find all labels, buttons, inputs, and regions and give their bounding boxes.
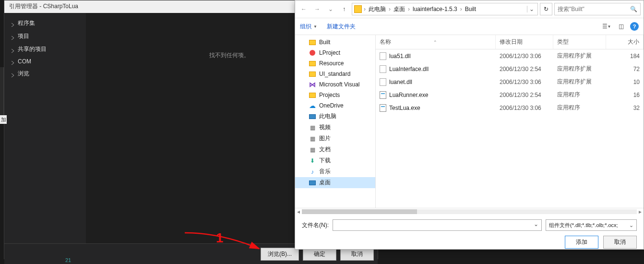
sidebar-item-assemblies[interactable]: 程序集	[4, 17, 86, 30]
chevron-right-icon	[11, 22, 15, 25]
tree-item[interactable]: 此电脑	[295, 111, 375, 122]
tree-item[interactable]: 桌面	[295, 177, 375, 188]
tree-item-label: Microsoft Visual	[319, 81, 359, 88]
nav-up-button[interactable]: ↑	[338, 3, 350, 15]
tree-item[interactable]: ☁OneDrive	[295, 100, 375, 111]
folder-tree: BuiltLProjectResourceUI_standard⋈Microso…	[295, 35, 376, 208]
file-size: 32	[606, 104, 644, 112]
tree-item-label: 此电脑	[319, 112, 336, 120]
file-row[interactable]: TestLua.exe2006/12/30 3:06应用程序32	[376, 101, 644, 114]
scroll-left-icon[interactable]: ◂	[297, 208, 300, 215]
left-docked-tab[interactable]: 加	[0, 115, 7, 124]
tree-item-label: 音乐	[319, 168, 331, 176]
sidebar-label: COM	[18, 58, 31, 65]
refresh-button[interactable]: ↻	[540, 3, 552, 15]
file-name: lua51.dll	[389, 53, 411, 60]
reference-manager-sidebar: 程序集 项目 共享的项目 COM 浏览	[4, 13, 86, 243]
nav-forward-button[interactable]: →	[311, 3, 323, 15]
file-row[interactable]: LuaRunner.exe2006/12/30 2:54应用程序16	[376, 88, 644, 101]
crumb-this-pc[interactable]: 此电脑	[368, 5, 387, 13]
col-date[interactable]: 修改日期	[496, 35, 553, 49]
sidebar-label: 浏览	[18, 70, 29, 78]
crumb-desktop[interactable]: 桌面	[393, 5, 406, 13]
file-name: LuaRunner.exe	[389, 92, 428, 98]
tree-item[interactable]: Projects	[295, 90, 375, 100]
file-name: luanet.dll	[389, 79, 412, 85]
crumb-built[interactable]: Built	[464, 6, 477, 12]
browse-button[interactable]: 浏览(B)...	[261, 248, 299, 261]
file-type: 应用程序扩展	[553, 51, 606, 61]
tree-item-label: LProject	[319, 49, 340, 56]
tree-item-label: UI_standard	[319, 71, 350, 77]
file-filter-dropdown[interactable]: 组件文件(*.dll;*.tlb;*.olb;*.ocx;	[546, 219, 637, 231]
file-row[interactable]: luanet.dll2006/12/30 3:06应用程序扩展10	[376, 75, 644, 88]
search-icon: 🔍	[630, 6, 637, 12]
help-button[interactable]: ?	[630, 22, 639, 31]
filename-input[interactable]	[333, 219, 542, 231]
editor-line-number: 21	[65, 257, 71, 263]
sidebar-label: 项目	[18, 32, 29, 40]
col-size[interactable]: 大小	[606, 35, 644, 49]
preview-pane-button[interactable]: ◫	[616, 21, 626, 32]
tree-item[interactable]: UI_standard	[295, 69, 375, 79]
file-list: 名称⌃ 修改日期 类型 大小 lua51.dll2006/12/30 3:06应…	[376, 35, 644, 208]
toolbar-organize[interactable]: 组织▼	[300, 23, 317, 31]
tree-item-label: Built	[319, 39, 330, 46]
view-mode-button[interactable]: ☰ ▼	[601, 21, 612, 32]
file-icon	[380, 52, 386, 60]
chevron-right-icon: ›	[408, 6, 410, 12]
file-row[interactable]: LuaInterface.dll2006/12/30 2:54应用程序扩展72	[376, 62, 644, 75]
file-row[interactable]: lua51.dll2006/12/30 3:06应用程序扩展184	[376, 49, 644, 62]
col-type[interactable]: 类型	[553, 35, 606, 49]
nav-recent-button[interactable]: ⌄	[325, 3, 336, 15]
tree-item[interactable]: ⬇下载	[295, 155, 375, 166]
search-input[interactable]	[558, 6, 637, 12]
tree-item[interactable]: Resource	[295, 58, 375, 69]
filter-text: 组件文件(*.dll;*.tlb;*.olb;*.ocx;	[549, 222, 618, 229]
sidebar-item-com[interactable]: COM	[4, 56, 86, 67]
scroll-right-icon[interactable]: ▸	[639, 208, 642, 215]
breadcrumb[interactable]: › 此电脑 › 桌面 › luainterface-1.5.3 › Built …	[352, 3, 538, 15]
tree-item[interactable]: ▦视频	[295, 122, 375, 133]
tree-item-label: 文档	[319, 145, 331, 154]
chevron-right-icon	[11, 60, 15, 63]
file-date: 2006/12/30 3:06	[496, 104, 553, 112]
file-type: 应用程序扩展	[553, 64, 606, 74]
sidebar-item-projects[interactable]: 项目	[4, 30, 86, 43]
file-name: TestLua.exe	[389, 105, 420, 111]
col-label: 名称	[380, 38, 391, 46]
tree-item[interactable]: Built	[295, 37, 375, 48]
chevron-right-icon	[11, 48, 15, 51]
chevron-down-icon: ▼	[313, 24, 317, 29]
sidebar-item-shared[interactable]: 共享的项目	[4, 43, 86, 56]
chevron-right-icon	[11, 72, 15, 76]
scroll-thumb[interactable]	[302, 209, 417, 214]
crumb-dropdown[interactable]: ⌄	[527, 6, 536, 12]
file-type: 应用程序扩展	[553, 77, 606, 87]
tree-item-label: Projects	[319, 92, 340, 98]
tree-item[interactable]: ⋈Microsoft Visual	[295, 79, 375, 90]
horizontal-scrollbar[interactable]: ◂ ▸	[295, 208, 644, 215]
cancel-button[interactable]: 取消	[603, 236, 637, 249]
crumb-luainterface[interactable]: luainterface-1.5.3	[412, 6, 458, 12]
file-date: 2006/12/30 2:54	[496, 91, 553, 99]
file-name: LuaInterface.dll	[389, 66, 429, 72]
tree-item[interactable]: LProject	[295, 48, 375, 58]
search-box[interactable]: 🔍	[554, 3, 641, 15]
tree-item[interactable]: ▦文档	[295, 144, 375, 155]
left-docked-panel-edge[interactable]	[0, 67, 4, 115]
tree-item-label: 桌面	[319, 179, 331, 187]
file-icon	[380, 65, 386, 73]
col-name[interactable]: 名称⌃	[376, 35, 496, 49]
file-date: 2006/12/30 2:54	[496, 65, 553, 73]
toolbar-label: 新建文件夹	[327, 23, 356, 31]
sidebar-item-browse[interactable]: 浏览	[4, 67, 86, 80]
tree-item[interactable]: ♪音乐	[295, 166, 375, 177]
file-icon	[380, 104, 386, 112]
nav-back-button[interactable]: ←	[298, 3, 310, 15]
add-button[interactable]: 添加	[565, 236, 598, 249]
sort-asc-icon: ⌃	[433, 40, 437, 45]
toolbar-new-folder[interactable]: 新建文件夹	[327, 23, 356, 31]
tree-item[interactable]: ▦图片	[295, 133, 375, 144]
chevron-right-icon	[11, 35, 15, 38]
